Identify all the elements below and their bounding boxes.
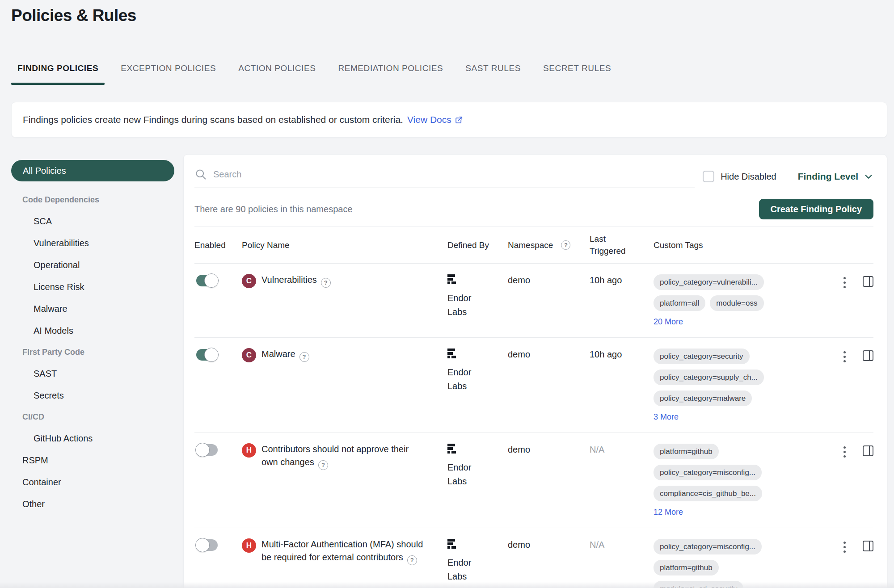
namespace-value: demo <box>508 538 590 550</box>
namespace-header-label: Namespace <box>508 240 553 250</box>
severity-badge-high: H <box>242 538 256 553</box>
table-row: C Malware Endor Labs demo 10h ago policy… <box>194 338 873 433</box>
view-docs-label: View Docs <box>407 114 451 125</box>
row-menu-kebab-icon[interactable] <box>842 350 848 363</box>
policy-name[interactable]: Contributors should not approve their ow… <box>261 444 409 467</box>
open-side-panel-icon[interactable] <box>863 350 873 361</box>
search-input[interactable] <box>213 169 695 180</box>
sidebar-item-secrets[interactable]: Secrets <box>11 385 174 407</box>
tab-bar: FINDING POLICIES EXCEPTION POLICIES ACTI… <box>11 55 617 85</box>
custom-tag: compliance=cis_github_be... <box>654 486 762 501</box>
custom-tag: policy_category=malware <box>654 391 752 406</box>
custom-tag: policy_category=misconfig... <box>654 539 762 554</box>
view-docs-link[interactable]: View Docs <box>407 114 463 125</box>
tab-secret-rules[interactable]: SECRET RULES <box>537 55 617 85</box>
hide-disabled-label[interactable]: Hide Disabled <box>721 172 776 182</box>
last-triggered-value: 10h ago <box>590 348 654 360</box>
enabled-toggle-on[interactable] <box>196 349 218 361</box>
table-header: Enabled Policy Name Defined By Namespace… <box>194 227 873 264</box>
tab-action-policies[interactable]: ACTION POLICIES <box>232 55 322 85</box>
enabled-toggle-off[interactable] <box>196 539 218 551</box>
finding-level-label: Finding Level <box>798 171 858 182</box>
hide-disabled-checkbox[interactable] <box>703 171 714 182</box>
col-header-custom-tags: Custom Tags <box>654 240 792 250</box>
tab-finding-policies[interactable]: FINDING POLICIES <box>11 55 105 85</box>
policies-panel: Hide Disabled Finding Level There are 90… <box>183 154 887 588</box>
defined-by-value: Endor Labs <box>447 461 480 488</box>
policy-name[interactable]: Vulnerabilities <box>261 275 317 285</box>
open-side-panel-icon[interactable] <box>863 541 873 551</box>
severity-badge-critical: C <box>242 348 256 362</box>
custom-tag: module=ci_cd_security <box>654 581 743 588</box>
custom-tag: platform=all <box>654 295 705 311</box>
row-menu-kebab-icon[interactable] <box>842 445 848 458</box>
create-finding-policy-button[interactable]: Create Finding Policy <box>759 199 873 219</box>
sidebar-section-first-party-code: First Party Code <box>11 342 174 363</box>
toolbar-right: Hide Disabled Finding Level <box>703 168 873 185</box>
sidebar-section-code-dependencies: Code Dependencies <box>11 189 174 210</box>
custom-tag: module=oss <box>710 295 763 311</box>
tab-sast-rules[interactable]: SAST RULES <box>459 55 527 85</box>
defined-by-value: Endor Labs <box>447 556 480 584</box>
tab-remediation-policies[interactable]: REMEDIATION POLICIES <box>332 55 449 85</box>
sidebar-item-ai-models[interactable]: AI Models <box>11 320 174 342</box>
enabled-toggle-off[interactable] <box>196 444 218 456</box>
namespace-value: demo <box>508 348 590 360</box>
policy-name[interactable]: Multi-Factor Authentication (MFA) should… <box>261 539 423 562</box>
banner-text: Findings policies create new Findings du… <box>23 114 403 125</box>
open-side-panel-icon[interactable] <box>863 276 873 287</box>
custom-tag: policy_category=supply_ch... <box>654 370 764 385</box>
category-sidebar: All Policies Code Dependencies SCA Vulne… <box>11 160 174 515</box>
open-side-panel-icon[interactable] <box>863 445 873 456</box>
finding-level-dropdown[interactable]: Finding Level <box>798 171 873 182</box>
sidebar-item-sast[interactable]: SAST <box>11 363 174 385</box>
policy-help-icon[interactable] <box>318 460 328 470</box>
search-field <box>194 168 695 188</box>
namespace-help-icon[interactable] <box>561 240 570 250</box>
sidebar-item-github-actions[interactable]: GitHub Actions <box>11 428 174 449</box>
sidebar-item-malware[interactable]: Malware <box>11 298 174 320</box>
sidebar-item-rspm[interactable]: RSPM <box>11 449 174 471</box>
custom-tag: platform=github <box>654 560 719 575</box>
endor-labs-logo-icon <box>447 444 457 455</box>
sidebar-item-sca[interactable]: SCA <box>11 210 174 232</box>
sidebar-item-operational[interactable]: Operational <box>11 254 174 276</box>
more-tags-link[interactable]: 3 More <box>654 412 679 422</box>
sidebar-item-other[interactable]: Other <box>11 493 174 515</box>
sidebar-item-container[interactable]: Container <box>11 471 174 493</box>
sidebar-item-license-risk[interactable]: License Risk <box>11 276 174 298</box>
more-tags-link[interactable]: 20 More <box>654 317 683 327</box>
sidebar-item-vulnerabilities[interactable]: Vulnerabilities <box>11 232 174 254</box>
policy-help-icon[interactable] <box>299 352 309 362</box>
namespace-value: demo <box>508 273 590 286</box>
namespace-value: demo <box>508 443 590 455</box>
count-row: There are 90 policies in this namespace … <box>194 199 873 219</box>
policy-help-icon[interactable] <box>321 278 331 288</box>
defined-by-value: Endor Labs <box>447 291 480 319</box>
policies-rules-screen: Policies & Rules FINDING POLICIES EXCEPT… <box>0 0 894 588</box>
info-banner: Findings policies create new Findings du… <box>11 102 887 138</box>
defined-by-value: Endor Labs <box>447 365 480 393</box>
enabled-toggle-on[interactable] <box>196 275 218 286</box>
tab-exception-policies[interactable]: EXCEPTION POLICIES <box>114 55 222 85</box>
search-row: Hide Disabled Finding Level <box>194 168 873 188</box>
col-header-defined-by: Defined By <box>447 240 508 250</box>
row-menu-kebab-icon[interactable] <box>842 276 848 289</box>
table-row: H Multi-Factor Authentication (MFA) shou… <box>194 528 873 588</box>
row-menu-kebab-icon[interactable] <box>842 541 848 554</box>
sidebar-item-all-policies[interactable]: All Policies <box>11 160 174 181</box>
endor-labs-logo-icon <box>447 274 457 286</box>
policy-help-icon[interactable] <box>407 555 417 565</box>
table-row: C Vulnerabilities Endor Labs demo 10h ag… <box>194 264 873 338</box>
sidebar-section-ci-cd: CI/CD <box>11 407 174 428</box>
search-icon <box>194 168 207 181</box>
custom-tag: policy_category=vulnerabili... <box>654 274 764 290</box>
more-tags-link[interactable]: 12 More <box>654 508 683 517</box>
last-triggered-value: 10h ago <box>590 273 654 286</box>
table-row: H Contributors should not approve their … <box>194 433 873 528</box>
col-header-enabled: Enabled <box>194 240 242 250</box>
last-triggered-value: N/A <box>590 443 654 455</box>
policy-count-text: There are 90 policies in this namespace <box>194 204 353 214</box>
policy-name[interactable]: Malware <box>261 349 295 359</box>
custom-tag: platform=github <box>654 444 719 459</box>
